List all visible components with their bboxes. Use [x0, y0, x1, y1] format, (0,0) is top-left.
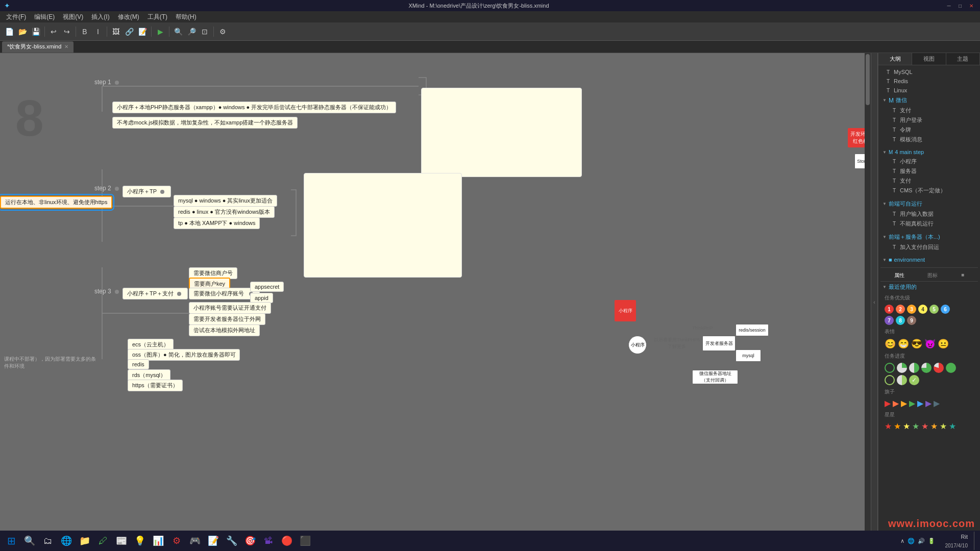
canvas-area[interactable]: 8 运行在本地、非linux环境、避免使用https step 1 小程序＋本地…: [0, 53, 871, 551]
taskbar-explorer[interactable]: 📁: [76, 532, 94, 550]
rp-prop-tab-attr[interactable]: 属性: [894, 272, 904, 279]
star-yellow[interactable]: ★: [903, 421, 910, 431]
menu-file[interactable]: 文件(F): [2, 12, 30, 22]
env-https[interactable]: https（需要证书）: [128, 380, 183, 391]
redo-btn[interactable]: ↪: [61, 26, 73, 38]
progress-80[interactable]: [934, 363, 944, 373]
emoji-grin[interactable]: 😁: [898, 338, 909, 349]
taskbar-edge[interactable]: 🌐: [57, 532, 76, 550]
progress-75[interactable]: [921, 363, 932, 373]
star-orange2[interactable]: ★: [930, 421, 938, 431]
step2-node1[interactable]: mysql ● windows ● 其实linux更加适合: [174, 195, 277, 207]
rp-payment[interactable]: T 支付: [880, 176, 978, 186]
flag-red[interactable]: ▶: [885, 398, 891, 408]
insert-image-btn[interactable]: 🖼: [110, 26, 122, 38]
taskbar-app5[interactable]: 📊: [149, 532, 167, 550]
taskbar-app7[interactable]: 🎮: [186, 532, 204, 550]
rp-server[interactable]: T 服务器: [880, 166, 978, 176]
minimize-btn[interactable]: ─: [944, 2, 953, 9]
priority-8-icon[interactable]: 8: [896, 316, 905, 325]
settings-btn[interactable]: ⚙: [216, 26, 229, 38]
zoom-out-btn[interactable]: 🔎: [185, 26, 198, 38]
progress-25[interactable]: [897, 363, 907, 373]
step3-wechat-account[interactable]: 需要微信小程序账号: [189, 288, 260, 299]
zoom-in-btn[interactable]: 🔍: [172, 26, 184, 38]
menu-help[interactable]: 帮助(H): [172, 12, 201, 22]
step1-node1[interactable]: 小程序＋本地PHP静态服务器（xampp）● windows ● 开发完毕后尝试…: [112, 102, 396, 113]
star-green[interactable]: ★: [912, 421, 919, 431]
flag-green[interactable]: ▶: [909, 398, 915, 408]
rp-wechat-token[interactable]: T 令牌: [880, 125, 978, 135]
step3-mini-auth[interactable]: 小程序账号需要认证开通支付: [189, 302, 271, 314]
flag-purple[interactable]: ▶: [925, 398, 932, 408]
rp-tab-theme[interactable]: 主题: [946, 53, 980, 65]
taskbar-app4[interactable]: 💡: [131, 532, 149, 550]
rp-prop-tab-extra[interactable]: ■: [961, 272, 964, 279]
priority-1-icon[interactable]: 1: [885, 305, 894, 314]
rp-wechat-title[interactable]: M 微信: [880, 95, 978, 106]
task-view-btn[interactable]: 🗂: [39, 532, 57, 550]
progress-0[interactable]: [885, 363, 895, 373]
undo-btn[interactable]: ↩: [47, 26, 60, 38]
rp-wechat-template[interactable]: T 模板消息: [880, 135, 978, 144]
taskbar-notepad[interactable]: 🖊: [94, 532, 112, 550]
rp-user-input[interactable]: T 用户输入数据: [880, 209, 978, 219]
progress-alt2[interactable]: [897, 375, 907, 385]
save-btn[interactable]: 💾: [30, 26, 42, 38]
emoji-cool[interactable]: 😎: [911, 338, 922, 349]
flag-blue[interactable]: ▶: [917, 398, 923, 408]
play-btn[interactable]: ▶: [154, 26, 166, 38]
rp-frontend-title[interactable]: 前端可自运行: [880, 198, 978, 209]
env-redis[interactable]: redis: [128, 359, 149, 369]
menu-modify[interactable]: 修改(M): [114, 12, 143, 22]
insert-link-btn[interactable]: 🔗: [123, 26, 135, 38]
panel-toggle[interactable]: ‹: [871, 53, 878, 551]
star-red2[interactable]: ★: [921, 421, 928, 431]
bold-btn[interactable]: B: [79, 26, 91, 38]
step3-appsecret[interactable]: appsecret: [250, 282, 284, 292]
priority-9-icon[interactable]: 9: [907, 316, 916, 325]
priority-3-icon[interactable]: 3: [907, 305, 916, 314]
priority-7-icon[interactable]: 7: [885, 316, 894, 325]
rp-item-redis[interactable]: T Redis: [880, 77, 978, 86]
fit-btn[interactable]: ⊡: [199, 26, 211, 38]
rp-tab-outline[interactable]: 大纲: [878, 53, 912, 65]
rp-wechat-login[interactable]: T 用户登录: [880, 115, 978, 125]
taskbar-app8[interactable]: 📝: [204, 532, 223, 550]
canvas-scrollbar-thumb[interactable]: [866, 54, 870, 105]
priority-5-icon[interactable]: 5: [929, 305, 939, 314]
rp-item-linux[interactable]: T Linux: [880, 86, 978, 95]
progress-alt1[interactable]: [885, 375, 895, 385]
step2-node2[interactable]: redis ● linux ● 官方没有windows版本: [174, 206, 275, 218]
tray-arrow[interactable]: ∧: [900, 538, 904, 544]
star-teal[interactable]: ★: [949, 421, 956, 431]
step3-appid[interactable]: appid: [250, 293, 273, 303]
taskbar-app13[interactable]: ⬛: [296, 532, 314, 550]
rp-no-real-device[interactable]: T 不能真机运行: [880, 219, 978, 229]
emoji-purple[interactable]: 😈: [924, 338, 936, 349]
clock-area[interactable]: Rit 2017/4/10: [941, 534, 972, 548]
rp-wechat-pay[interactable]: T 支付: [880, 106, 978, 115]
taskbar-app11[interactable]: 📽: [259, 532, 278, 550]
priority-4-icon[interactable]: 4: [918, 305, 927, 314]
rp-tab-view[interactable]: 视图: [912, 53, 946, 65]
insert-note-btn[interactable]: 📝: [136, 26, 149, 38]
show-desktop-btn[interactable]: [974, 532, 976, 550]
step1-node2[interactable]: 不考虑mock.js模拟数据，增加复杂性，不如xampp搭建一个静态服务器: [112, 117, 298, 129]
menu-insert[interactable]: 插入(I): [87, 12, 113, 22]
menu-view[interactable]: 视图(V): [59, 12, 87, 22]
canvas-scrollbar-vertical[interactable]: [865, 53, 871, 551]
tab-main[interactable]: *饮食男女-bliss.xmind ✕: [2, 41, 74, 53]
close-btn[interactable]: ✕: [967, 2, 976, 9]
selected-node[interactable]: 运行在本地、非linux环境、避免使用https: [0, 196, 112, 209]
search-btn[interactable]: 🔍: [20, 532, 39, 550]
step2-node3[interactable]: tp ● 本地 XAMPP下 ● windows: [174, 217, 260, 229]
rp-mainstep-title[interactable]: M 4 main step: [880, 147, 978, 157]
start-btn[interactable]: ⊞: [2, 532, 20, 550]
step3-parent[interactable]: 小程序＋TP＋支付: [122, 288, 188, 299]
tray-network[interactable]: 🌐: [908, 538, 915, 544]
emoji-smile[interactable]: 😊: [885, 338, 896, 349]
flag-dark[interactable]: ▶: [934, 398, 940, 408]
progress-50[interactable]: [909, 363, 919, 373]
open-btn[interactable]: 📂: [16, 26, 29, 38]
